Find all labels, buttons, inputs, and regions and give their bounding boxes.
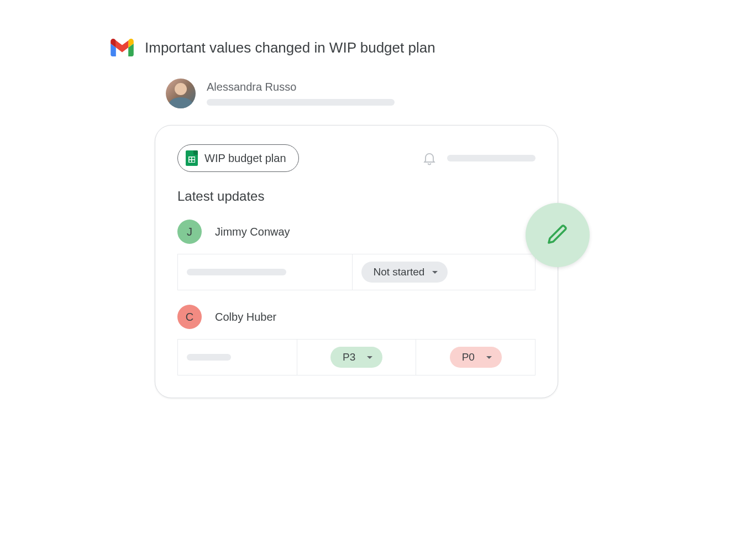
chevron-down-icon — [367, 356, 372, 359]
table-cell — [178, 254, 353, 290]
file-chip-label: WIP budget plan — [204, 152, 286, 165]
email-header: Important values changed in WIP budget p… — [111, 39, 608, 56]
email-subject: Important values changed in WIP budget p… — [145, 39, 435, 56]
table-cell: P3 — [297, 340, 417, 375]
table-cell — [178, 340, 297, 375]
sheets-icon — [186, 150, 198, 166]
table-cell: P0 — [416, 340, 535, 375]
sender-row: Alessandra Russo — [166, 79, 608, 108]
priority-pill[interactable]: P3 — [330, 347, 382, 368]
cell-placeholder — [187, 354, 231, 361]
sender-avatar[interactable] — [166, 79, 196, 108]
avatar[interactable]: J — [177, 220, 202, 244]
gmail-icon — [111, 39, 134, 56]
body-placeholder — [207, 99, 395, 106]
chevron-down-icon — [486, 356, 492, 359]
status-pill[interactable]: Not started — [361, 262, 448, 283]
updates-card: WIP budget plan Latest updates J Jimmy C… — [155, 125, 558, 398]
table-row: P3 P0 — [177, 339, 536, 375]
update-block: C Colby Huber P3 P0 — [177, 305, 536, 375]
pill-label: P0 — [462, 351, 479, 363]
cell-placeholder — [187, 269, 286, 275]
pencil-icon — [544, 221, 571, 249]
section-title: Latest updates — [177, 189, 536, 204]
user-name: Jimmy Conway — [215, 226, 290, 238]
pill-label: P3 — [343, 351, 359, 363]
file-chip[interactable]: WIP budget plan — [177, 144, 299, 172]
priority-pill[interactable]: P0 — [450, 347, 502, 368]
edit-fab[interactable] — [526, 203, 590, 267]
pill-label: Not started — [374, 266, 425, 278]
update-block: J Jimmy Conway Not started — [177, 220, 536, 290]
table-cell: Not started — [353, 254, 536, 290]
table-row: Not started — [177, 254, 536, 290]
bell-icon[interactable] — [422, 150, 437, 166]
user-name: Colby Huber — [215, 311, 276, 324]
notification-area — [422, 150, 536, 166]
chevron-down-icon — [432, 271, 438, 274]
avatar[interactable]: C — [177, 305, 202, 329]
notif-placeholder — [447, 155, 536, 161]
sender-name: Alessandra Russo — [207, 81, 395, 93]
